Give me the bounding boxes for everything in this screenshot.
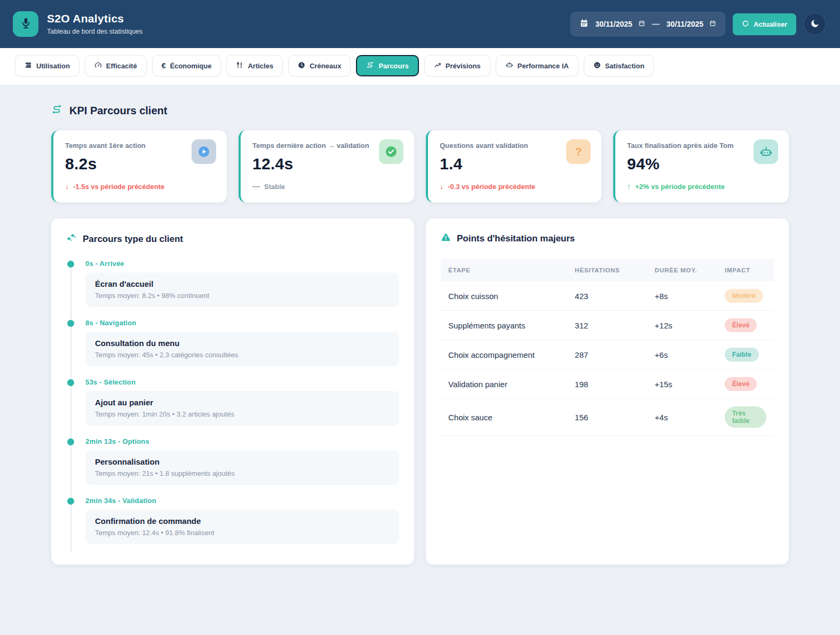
table-header-row: ÉTAPE HÉSITATIONS DURÉE MOY. IMPACT: [441, 259, 774, 281]
step-card: Confirmation de commande Temps moyen: 12…: [85, 509, 399, 544]
kpi-card-temps-avant-action: Temps avant 1ère action 8.2s ↓ -1.5s vs …: [51, 130, 227, 202]
app-header: S2O Analytics Tableau de bord des statis…: [0, 0, 840, 48]
table-row: Choix cuisson 423 +8s Modéré: [441, 281, 774, 311]
microphone-icon: [19, 17, 33, 32]
step-detail: Temps moyen: 1min 20s • 3.2 articles ajo…: [95, 410, 390, 418]
app-logo: [13, 11, 38, 37]
table-row: Choix accompagnement 287 +6s Faible: [441, 340, 774, 370]
column-header-etape: ÉTAPE: [441, 259, 567, 281]
impact-badge: Très faible: [725, 406, 766, 428]
tab-economique[interactable]: € Économique: [152, 55, 221, 76]
tab-efficacite[interactable]: Efficacité: [85, 55, 147, 76]
dark-mode-toggle[interactable]: [804, 13, 826, 35]
tab-performance-ia[interactable]: Performance IA: [496, 55, 579, 76]
step-title: Confirmation de commande: [95, 516, 390, 526]
gauge-icon: [94, 61, 102, 70]
timeline-step-options: 2min 13s - Options Personnalisation Temp…: [66, 437, 399, 485]
timeline-dot: [67, 438, 74, 445]
step-detail: Temps moyen: 21s • 1.8 suppléments ajout…: [95, 469, 390, 477]
timeline-dot: [67, 261, 74, 268]
tab-articles[interactable]: Articles: [226, 55, 283, 76]
kpi-grid: Temps avant 1ère action 8.2s ↓ -1.5s vs …: [51, 130, 789, 202]
kpi-delta: ↑ +2% vs période précédente: [627, 182, 777, 191]
step-card: Écran d'accueil Temps moyen: 8.2s • 98% …: [85, 272, 399, 307]
tab-label: Utilisation: [36, 62, 70, 70]
tab-creneaux[interactable]: Créneaux: [288, 55, 351, 76]
cell-hesitations: 423: [567, 281, 647, 311]
step-detail: Temps moyen: 12.4s • 91.8% finalisent: [95, 529, 390, 537]
arrow-down-icon: ↓: [440, 182, 443, 191]
utensils-icon: [236, 61, 243, 70]
cell-hesitations: 312: [567, 311, 647, 340]
route-icon: [51, 104, 62, 117]
tab-utilisation[interactable]: Utilisation: [15, 55, 80, 76]
step-detail: Temps moyen: 45s • 2.3 catégories consul…: [95, 351, 390, 359]
step-title: Écran d'accueil: [95, 279, 390, 288]
date-to-input[interactable]: 30/11/2025: [667, 20, 716, 28]
tab-label: Créneaux: [310, 62, 341, 70]
play-circle-icon: [192, 139, 216, 164]
page-title: KPI Parcours client: [69, 105, 167, 117]
cell-etape: Choix accompagnement: [441, 340, 567, 370]
trend-chart-icon: [434, 61, 441, 70]
refresh-button[interactable]: Actualiser: [733, 13, 796, 35]
timeline-dot: [67, 379, 74, 386]
clock-icon: [298, 61, 305, 70]
tab-label: Satisfaction: [605, 62, 645, 70]
timeline-step-navigation: 8s - Navigation Consultation du menu Tem…: [66, 319, 399, 366]
cell-etape: Suppléments payants: [441, 311, 567, 340]
cell-hesitations: 198: [567, 370, 647, 399]
step-title: Consultation du menu: [95, 339, 390, 348]
journey-panel-header: Parcours type du client: [66, 232, 399, 246]
tab-label: Performance IA: [518, 62, 569, 70]
cell-duree: +6s: [647, 340, 717, 370]
date-picker-indicator-icon[interactable]: [709, 20, 716, 28]
step-time-label: 0s - Arrivée: [85, 260, 399, 268]
hesitations-panel: Points d'hésitation majeurs ÉTAPE HÉSITA…: [426, 218, 789, 565]
kpi-delta-text: +2% vs période précédente: [635, 183, 725, 191]
kpi-delta: — Stable: [252, 182, 402, 191]
timeline-dot: [67, 320, 74, 327]
step-card: Consultation du menu Temps moyen: 45s • …: [85, 332, 399, 366]
hesitations-panel-title: Points d'hésitation majeurs: [457, 233, 575, 244]
column-header-duree: DURÉE MOY.: [647, 259, 717, 281]
route-icon: [366, 61, 374, 70]
section-header: KPI Parcours client: [51, 104, 789, 117]
arrow-down-icon: ↓: [65, 182, 69, 191]
table-row: Suppléments payants 312 +12s Élevé: [441, 311, 774, 340]
step-time-label: 2min 34s - Validation: [85, 497, 399, 505]
timeline-step-validation: 2min 34s - Validation Confirmation de co…: [66, 497, 399, 544]
column-header-impact: IMPACT: [717, 259, 774, 281]
step-detail: Temps moyen: 8.2s • 98% continuent: [95, 292, 390, 300]
question-glyph: ?: [575, 145, 582, 158]
kpi-card-taux-finalisation: Taux finalisation après aide Tom 94% ↑ +…: [613, 130, 789, 202]
impact-badge: Élevé: [725, 377, 757, 391]
app-subtitle: Tableau de bord des statistiques: [47, 28, 142, 35]
kpi-card-questions-avant-validation: Questions avant validation ? 1.4 ↓ -0.3 …: [426, 130, 601, 202]
tab-bar: Utilisation Efficacité € Économique Arti…: [0, 48, 840, 84]
tab-label: Efficacité: [106, 62, 137, 70]
kpi-card-temps-derniere-action: Temps dernière action → validation 12.4s…: [239, 130, 414, 202]
journey-panel: Parcours type du client 0s - Arrivée Écr…: [51, 218, 414, 565]
shoe-prints-icon: [66, 232, 77, 246]
app-title: S2O Analytics: [47, 13, 142, 24]
cell-hesitations: 287: [567, 340, 647, 370]
brand-text: S2O Analytics Tableau de bord des statis…: [47, 13, 142, 35]
impact-badge: Élevé: [725, 318, 757, 332]
robot-icon: [754, 139, 778, 164]
date-from-input[interactable]: 30/11/2025: [596, 20, 645, 28]
date-to-value: 30/11/2025: [667, 20, 703, 28]
step-card: Personnalisation Temps moyen: 21s • 1.8 …: [85, 450, 399, 485]
cell-etape: Choix sauce: [441, 399, 567, 436]
smiley-icon: [593, 61, 601, 70]
tab-parcours[interactable]: Parcours: [356, 55, 418, 76]
cell-duree: +12s: [647, 311, 717, 340]
date-picker-indicator-icon[interactable]: [638, 20, 645, 28]
step-time-label: 8s - Navigation: [85, 319, 399, 327]
refresh-label: Actualiser: [754, 20, 787, 28]
usage-icon: [25, 61, 32, 70]
step-time-label: 53s - Sélection: [85, 378, 399, 386]
tab-satisfaction[interactable]: Satisfaction: [584, 55, 654, 76]
tab-previsions[interactable]: Prévisions: [424, 55, 490, 76]
impact-badge: Modéré: [725, 289, 763, 303]
